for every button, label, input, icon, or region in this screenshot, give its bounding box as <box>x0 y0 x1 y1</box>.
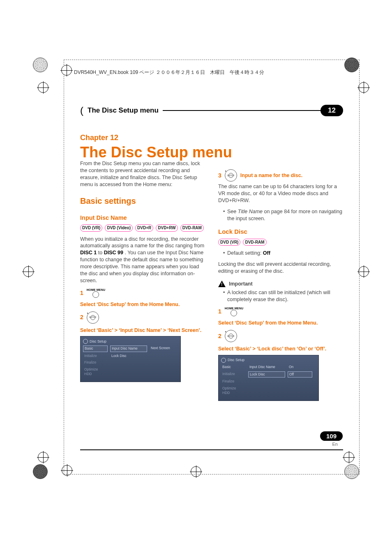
text-strong: DISC 99 <box>104 250 123 256</box>
input-disc-name-paragraph: When you initialize a disc for recording… <box>80 236 205 284</box>
osd-title: Disc Setup <box>228 358 244 362</box>
osd-screenshot-input-disc-name: Disc Setup Basic Input Disc Name Next Sc… <box>80 336 181 382</box>
lock-step-2: 2 ENTER Select ‘Basic’ > ‘Lock disc’ the… <box>218 330 343 352</box>
disc-type-badges: DVD (VR) DVD-RAM <box>218 239 343 246</box>
crop-mark-icon <box>33 58 48 72</box>
basic-settings-heading: Basic settings <box>80 196 205 207</box>
crop-mark-icon <box>33 464 48 479</box>
badge-dvd-plus-rw: DVD+RW <box>156 224 178 232</box>
step-text: Select ‘Disc Setup’ from the Home Menu. <box>80 301 180 308</box>
chapter-number-pill: 12 <box>321 105 343 116</box>
registration-mark-icon <box>38 452 48 463</box>
osd-cell: Input Disc Name <box>110 345 147 352</box>
step-text: Select ‘Basic’ > ‘Input Disc Name’ > ‘Ne… <box>80 327 201 334</box>
registration-mark-icon <box>23 266 34 277</box>
step-1: 1 HOME MENU Select ‘Disc Setup’ from the… <box>80 288 205 308</box>
osd-cell: Initialize <box>83 353 108 359</box>
home-menu-button-icon: HOME MENU <box>225 307 243 316</box>
badge-dvd-plus-r: DVD+R <box>135 224 153 232</box>
disc-icon <box>83 339 88 344</box>
step-3: 3 ENTER Input a name for the disc. <box>218 169 343 182</box>
osd-cell: Finalize <box>221 379 246 384</box>
osd-screenshot-lock-disc: Disc Setup Basic Input Disc Name On Init… <box>218 355 319 401</box>
enter-nav-button-icon: ENTER <box>87 311 99 324</box>
badge-dvd-ram: DVD-RAM <box>243 239 266 246</box>
text-italic: Title Name <box>238 209 263 214</box>
disc-type-badges: DVD (VR) DVD (Video) DVD+R DVD+RW DVD-RA… <box>80 224 205 232</box>
enter-nav-button-icon: ENTER <box>225 330 237 342</box>
badge-dvd-ram: DVD-RAM <box>180 224 204 232</box>
step-number: 1 <box>80 289 83 297</box>
page-footer: 109 En <box>320 431 343 447</box>
button-label: ENTER <box>90 315 95 320</box>
osd-cell: Lock Disc <box>248 371 285 378</box>
step-text: Select ‘Disc Setup’ from the Home Menu. <box>218 320 318 327</box>
important-callout: Important <box>218 281 343 288</box>
osd-title: Disc Setup <box>90 339 106 344</box>
osd-cell: Off <box>288 371 312 378</box>
lock-step-1: 1 HOME MENU Select ‘Disc Setup’ from the… <box>218 307 343 327</box>
badge-dvd-video: DVD (Video) <box>105 224 133 232</box>
step-number: 1 <box>218 308 221 315</box>
button-label: ENTER <box>228 334 233 339</box>
text: to <box>98 250 104 256</box>
intro-paragraph: From the Disc Setup menu you can name di… <box>80 160 205 188</box>
chapter-title: The Disc Setup menu <box>80 144 343 161</box>
step-number: 2 <box>80 313 83 321</box>
osd-cell: On <box>288 364 312 370</box>
text: Default setting: <box>227 250 263 256</box>
page-language: En <box>320 442 343 447</box>
osd-cell: Optimize HDD <box>221 386 246 396</box>
lock-disc-paragraph: Locking the disc will prevent accidental… <box>218 261 343 275</box>
step-text: Input a name for the disc. <box>240 172 302 179</box>
text-strong: DISC 1 <box>80 250 97 256</box>
important-bullet: A locked disc can still be initialized (… <box>223 289 343 303</box>
button-label: HOME MENU <box>225 307 243 310</box>
registration-mark-icon <box>38 82 48 93</box>
text: See <box>227 209 238 214</box>
osd-cell: Finalize <box>83 360 108 365</box>
bookfile-mark-icon <box>61 65 72 76</box>
page-number: 109 <box>320 431 343 441</box>
osd-cell: Next Screen <box>150 345 174 352</box>
section-title: The Disc Setup menu <box>88 106 159 115</box>
important-label: Important <box>229 281 253 288</box>
warning-icon <box>218 281 226 287</box>
step-3-paragraph: The disc name can be up to 64 characters… <box>218 183 343 204</box>
chapter-label: Chapter 12 <box>80 134 343 142</box>
right-column: 3 ENTER Input a name for the disc. The d… <box>218 160 343 407</box>
text: When you initialize a disc for recording… <box>80 236 204 249</box>
section-header: ( The Disc Setup menu 12 <box>80 104 343 117</box>
input-disc-name-heading: Input Disc Name <box>80 214 205 222</box>
osd-cell: Lock Disc <box>110 353 147 359</box>
badge-dvd-vr: DVD (VR) <box>218 239 240 246</box>
rule-icon <box>163 110 321 111</box>
registration-mark-icon <box>358 266 369 277</box>
text-strong: Off <box>263 250 270 256</box>
registration-mark-icon <box>358 82 369 93</box>
footer-rule-icon <box>80 449 343 450</box>
button-label: HOME MENU <box>87 288 105 291</box>
default-setting-bullet: Default setting: Off <box>223 250 343 257</box>
step-2: 2 ENTER Select ‘Basic’ > ‘Input Disc Nam… <box>80 311 205 334</box>
osd-cell: Basic <box>221 364 246 370</box>
osd-cell: Initialize <box>221 371 246 378</box>
see-reference-bullet: See Title Name on page 84 for more on na… <box>223 208 343 222</box>
osd-cell: Input Disc Name <box>248 364 285 370</box>
step-number: 3 <box>218 172 221 180</box>
disc-icon <box>221 358 226 363</box>
source-file-header: DVR540H_WV_EN.book 109 ページ ２００６年２月１６日 木曜… <box>74 69 264 76</box>
osd-cell: Basic <box>83 345 108 352</box>
step-text: Select ‘Basic’ > ‘Lock disc’ then ‘On’ o… <box>218 345 326 352</box>
badge-dvd-vr: DVD (VR) <box>80 224 102 232</box>
enter-nav-button-icon: ENTER <box>225 169 237 182</box>
button-label: ENTER <box>228 173 233 178</box>
left-column: From the Disc Setup menu you can name di… <box>80 160 205 407</box>
step-number: 2 <box>218 332 221 340</box>
home-menu-button-icon: HOME MENU <box>87 288 105 298</box>
lock-disc-heading: Lock Disc <box>218 228 343 236</box>
osd-cell: Optimize HDD <box>83 367 108 377</box>
